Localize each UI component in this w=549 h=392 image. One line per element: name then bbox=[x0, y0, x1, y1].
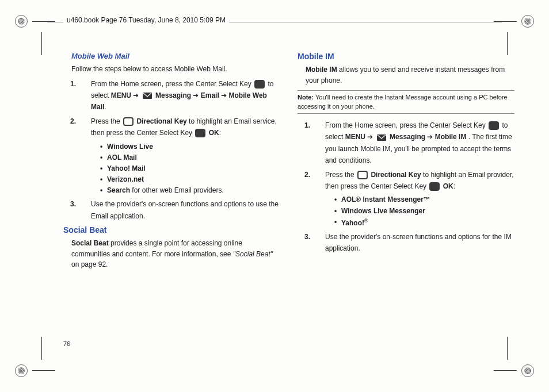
note-block: Note: You'll need to create the Instant … bbox=[298, 90, 514, 114]
center-select-key-icon bbox=[195, 129, 205, 137]
heading-social-beat: Social Beat bbox=[63, 225, 280, 235]
provider-list: AOL® Instant Messenger™ Windows Live Mes… bbox=[334, 194, 514, 229]
list-item: Verizon.net bbox=[100, 174, 280, 185]
steps-list: 1. From the Home screen, press the Cente… bbox=[314, 120, 514, 255]
menu-label: MENU bbox=[345, 133, 365, 141]
ok-label: OK bbox=[443, 182, 453, 190]
arrow: ➔ bbox=[221, 91, 228, 99]
dirkey-label: Directional Key bbox=[136, 117, 186, 125]
list-item: Windows Live Messenger bbox=[334, 206, 514, 217]
center-select-key-icon bbox=[489, 121, 499, 130]
step-number: 1. bbox=[70, 78, 76, 90]
list-item: Yahoo! Mail bbox=[100, 163, 280, 174]
step-number: 1. bbox=[304, 120, 310, 131]
arrow: ➔ bbox=[427, 133, 434, 141]
step-text: Press the bbox=[91, 117, 122, 125]
list-item: Search for other web Email providers. bbox=[100, 185, 280, 196]
step-text: From the Home screen, press the Center S… bbox=[325, 121, 487, 129]
directional-key-icon bbox=[357, 171, 368, 179]
mobile-im-label: Mobile IM bbox=[435, 133, 467, 141]
ok-label: OK bbox=[209, 129, 219, 137]
intro-text: Follow the steps below to access Mobile … bbox=[71, 64, 280, 75]
menu-label: MENU bbox=[111, 91, 131, 99]
step-number: 2. bbox=[304, 169, 310, 180]
crop-ornament-tr bbox=[521, 15, 534, 28]
page-content: Mobile Web Mail Follow the steps below t… bbox=[63, 52, 514, 352]
step-3: 3. Use the provider's on-screen function… bbox=[79, 198, 280, 222]
steps-list: 1. From the Home screen, press the Cente… bbox=[79, 78, 280, 222]
step-text: Use the provider's on-screen functions a… bbox=[91, 200, 279, 220]
social-beat-text: Social Beat provides a single point for … bbox=[71, 238, 280, 270]
directional-key-icon bbox=[123, 117, 134, 126]
page-number: 76 bbox=[63, 340, 70, 347]
list-item: Windows Live bbox=[100, 141, 280, 152]
left-column: Mobile Web Mail Follow the steps below t… bbox=[63, 52, 280, 352]
list-item: Yahoo!® bbox=[334, 217, 514, 229]
messaging-label: Messaging bbox=[390, 133, 427, 141]
note-label: Note: bbox=[298, 94, 314, 101]
arrow: ➔ bbox=[133, 91, 140, 99]
crop-ornament-br bbox=[521, 364, 534, 377]
step-text: Press the bbox=[325, 171, 356, 179]
intro-text: Mobile IM allows you to send and receive… bbox=[306, 64, 514, 86]
crop-mark bbox=[41, 337, 42, 360]
step-1: 1. From the Home screen, press the Cente… bbox=[314, 120, 514, 167]
dirkey-label: Directional Key bbox=[371, 171, 421, 179]
note-text: You'll need to create the Instant Messag… bbox=[298, 94, 508, 109]
step-number: 2. bbox=[70, 116, 76, 127]
step-2: 2. Press the Directional Key to highligh… bbox=[79, 116, 280, 197]
step-number: 3. bbox=[304, 231, 310, 243]
heading-mobile-im: Mobile IM bbox=[298, 52, 514, 61]
provider-list: Windows Live AOL Mail Yahoo! Mail Verizo… bbox=[100, 141, 280, 197]
messaging-label: Messaging bbox=[155, 91, 193, 99]
center-select-key-icon bbox=[254, 80, 265, 89]
crop-mark bbox=[41, 32, 42, 55]
heading-mobile-web-mail: Mobile Web Mail bbox=[71, 52, 280, 60]
center-select-key-icon bbox=[429, 182, 440, 191]
arrow: ➔ bbox=[367, 133, 375, 141]
list-item: AOL® Instant Messenger™ bbox=[334, 194, 514, 205]
step-2: 2. Press the Directional Key to highligh… bbox=[314, 169, 514, 229]
step-3: 3. Use the provider's on-screen function… bbox=[314, 231, 514, 255]
step-1: 1. From the Home screen, press the Cente… bbox=[79, 78, 280, 113]
step-text: Use the provider's on-screen functions a… bbox=[325, 233, 512, 252]
crop-mark bbox=[494, 370, 517, 371]
crop-ornament-tl bbox=[15, 15, 28, 28]
crop-ornament-bl bbox=[15, 364, 28, 377]
email-label: Email bbox=[201, 91, 219, 99]
right-column: Mobile IM Mobile IM allows you to send a… bbox=[298, 52, 514, 352]
arrow: ➔ bbox=[193, 91, 200, 99]
messaging-icon bbox=[376, 133, 387, 142]
running-head: u460.book Page 76 Tuesday, June 8, 2010 … bbox=[63, 16, 229, 24]
crop-mark bbox=[32, 370, 55, 371]
messaging-icon bbox=[142, 91, 152, 100]
step-text: From the Home screen, press the Center S… bbox=[91, 80, 253, 88]
list-item: AOL Mail bbox=[100, 152, 280, 163]
step-number: 3. bbox=[70, 198, 76, 210]
